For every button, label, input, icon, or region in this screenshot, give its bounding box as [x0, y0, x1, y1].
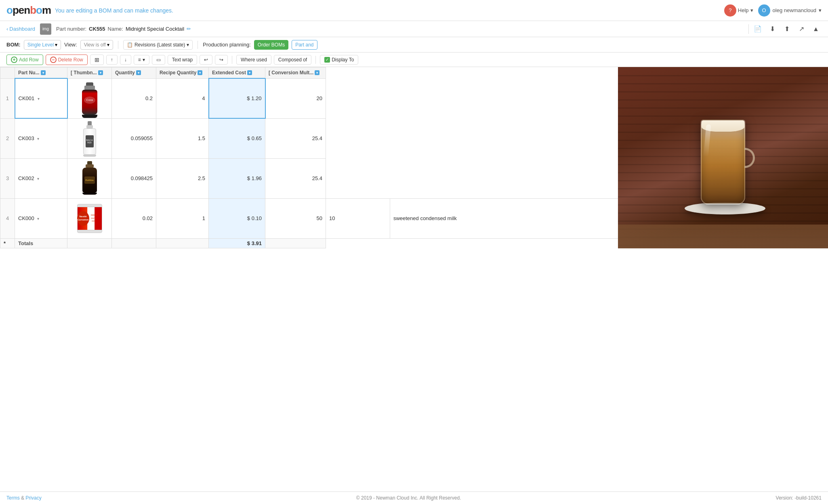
document-icon[interactable]: 📄 — [752, 23, 763, 35]
divider2 — [315, 56, 316, 64]
display-checkbox-icon: ✓ — [324, 57, 330, 63]
part-and-label: Part and — [295, 42, 313, 48]
thumb-cell-1: Coca — [67, 78, 112, 118]
ext-cost-cell-4: $ 0.10 — [209, 198, 265, 238]
align-button[interactable]: ≡ ▾ — [134, 55, 149, 65]
filter-thumb-icon[interactable]: ▾ — [98, 70, 103, 75]
text-wrap-button[interactable]: Text wrap — [168, 55, 197, 65]
delete-icon: − — [50, 57, 57, 63]
user-info[interactable]: O oleg newmancloud ▾ — [758, 4, 822, 17]
revisions-dropdown[interactable]: 📋 Revisions (Latest state) ▾ — [123, 40, 193, 50]
filter-extcost-icon[interactable]: ▾ — [247, 70, 252, 75]
where-used-button[interactable]: Where used — [236, 55, 271, 65]
row-num-1: 1 — [0, 78, 15, 118]
display-label: Display To — [332, 57, 354, 63]
totals-asterisk: * — [0, 238, 15, 248]
arrow-down-icon: ↓ — [124, 57, 127, 63]
col-header-quantity[interactable]: Quantity ▾ — [112, 67, 156, 79]
part-num-cell-3[interactable]: CK002 ▾ — [15, 158, 67, 198]
thumb-cell-4: NestléCarnation sweetcond.milk — [67, 198, 112, 238]
revisions-doc-icon: 📋 — [127, 42, 133, 48]
bom-label: BOM: — [6, 42, 21, 48]
row-dropdown-icon-3[interactable]: ▾ — [37, 176, 39, 181]
where-used-label: Where used — [241, 57, 267, 63]
col-header-recipe-qty[interactable]: Recipe Quantity ▾ — [156, 67, 209, 79]
upload-icon[interactable]: ⬆ — [781, 23, 792, 35]
conv-mult-cell-3: 25.4 — [265, 158, 326, 198]
filter-recipe-icon[interactable]: ▾ — [198, 70, 202, 75]
col-header-conv-mult[interactable]: [ Conversion Mult... ▾ — [265, 67, 326, 79]
view-dropdown[interactable]: View is off ▾ — [80, 40, 113, 50]
col-header-partnum[interactable]: Part Nu... ▾ — [15, 67, 67, 79]
production-label: Production planning: — [203, 42, 251, 48]
order-boms-label: Order BOMs — [258, 42, 285, 48]
filter-conv-icon[interactable]: ▾ — [315, 70, 319, 75]
bom-level-dropdown[interactable]: Single Level ▾ — [24, 40, 61, 50]
part-num-cell-2[interactable]: CK003 ▾ — [15, 118, 67, 158]
totals-label: Totals — [15, 238, 67, 248]
view-value: View is off — [84, 42, 106, 48]
revisions-label: Revisions (Latest state) — [134, 42, 185, 48]
part-number-label: Part number: — [56, 26, 86, 32]
recipe-qty-cell-4: 1 — [156, 198, 209, 238]
col-header-ext-cost[interactable]: Extended Cost ▾ — [209, 67, 265, 79]
part-num-cell-1[interactable]: CK001 ▾ — [15, 78, 67, 118]
name-label: Name: — [108, 26, 123, 32]
user-label: oleg newmancloud — [773, 7, 816, 13]
part-and-button[interactable]: Part and — [292, 40, 317, 50]
download-icon[interactable]: ⬇ — [767, 23, 778, 35]
divider — [748, 24, 749, 34]
help-button[interactable]: ? Help ▾ — [724, 4, 753, 17]
dashboard-link[interactable]: ‹ Dashboard — [6, 26, 35, 32]
undo-button[interactable]: ↩ — [200, 55, 212, 65]
thumb-cell-3: Kahlúa — [67, 158, 112, 198]
grid-button[interactable]: ⊞ — [90, 55, 104, 65]
arrow-down-button[interactable]: ↓ — [120, 55, 131, 65]
part-image-thumbnail[interactable]: img — [40, 23, 51, 35]
row-dropdown-icon-1[interactable]: ▾ — [38, 97, 40, 101]
qty-cell-2: 0.059055 — [112, 118, 156, 158]
filter-partnum-icon[interactable]: ▾ — [41, 70, 46, 75]
order-boms-button[interactable]: Order BOMs — [254, 40, 288, 50]
part-num-cell-4[interactable]: CK000 ▾ — [15, 198, 67, 238]
recipe-qty-cell-1: 4 — [156, 78, 209, 118]
totals-qty — [112, 238, 156, 248]
conv-mult-cell-4: 50 — [265, 198, 326, 238]
add-row-button[interactable]: + Add Row — [6, 55, 43, 65]
border-button[interactable]: ▭ — [152, 55, 165, 65]
col-header-rownum — [0, 67, 15, 79]
redo-button[interactable]: ↪ — [215, 55, 228, 65]
divider — [232, 56, 232, 64]
row-dropdown-icon-2[interactable]: ▾ — [37, 136, 39, 141]
ext-cost-cell-1[interactable]: $ 1.20 — [209, 78, 265, 118]
view-chevron-icon: ▾ — [107, 42, 109, 48]
col-header-thumbnail[interactable]: [ Thumbn... ▾ — [67, 67, 112, 79]
totals-recipe — [156, 238, 209, 248]
composed-of-button[interactable]: Composed of — [274, 55, 311, 65]
help-chevron-icon: ▾ — [750, 7, 753, 13]
ext-cost-cell-2: $ 0.65 — [209, 118, 265, 158]
add-icon: + — [11, 57, 17, 63]
undo-icon: ↩ — [204, 57, 208, 63]
qty-cell-1: 0.2 — [112, 78, 156, 118]
collapse-icon[interactable]: ▲ — [810, 23, 822, 35]
row-dropdown-icon-4[interactable]: ▾ — [37, 216, 39, 221]
share-icon[interactable]: ↗ — [796, 23, 807, 35]
user-avatar: O — [758, 4, 770, 17]
arrow-up-button[interactable]: ↑ — [106, 55, 118, 65]
display-button[interactable]: ✓ Display To — [320, 55, 358, 65]
avatar: ? — [724, 4, 736, 17]
row-num-3: 3 — [0, 158, 15, 198]
edit-icon[interactable]: ✏ — [187, 26, 191, 32]
bom-level-chevron-icon: ▾ — [55, 42, 57, 48]
text-wrap-label: Text wrap — [172, 57, 193, 63]
revisions-chevron-icon: ▾ — [187, 42, 189, 48]
qty-cell-3: 0.098425 — [112, 158, 156, 198]
delete-row-button[interactable]: − Delete Row — [46, 55, 88, 65]
part-name: Midnight Special Cocktail — [126, 26, 184, 32]
row-num-4: 4 — [0, 198, 15, 238]
breadcrumb-actions: 📄 ⬇ ⬆ ↗ ▲ — [748, 23, 822, 35]
delete-row-label: Delete Row — [58, 57, 83, 63]
floating-image-panel — [618, 67, 828, 248]
filter-qty-icon[interactable]: ▾ — [136, 70, 141, 75]
